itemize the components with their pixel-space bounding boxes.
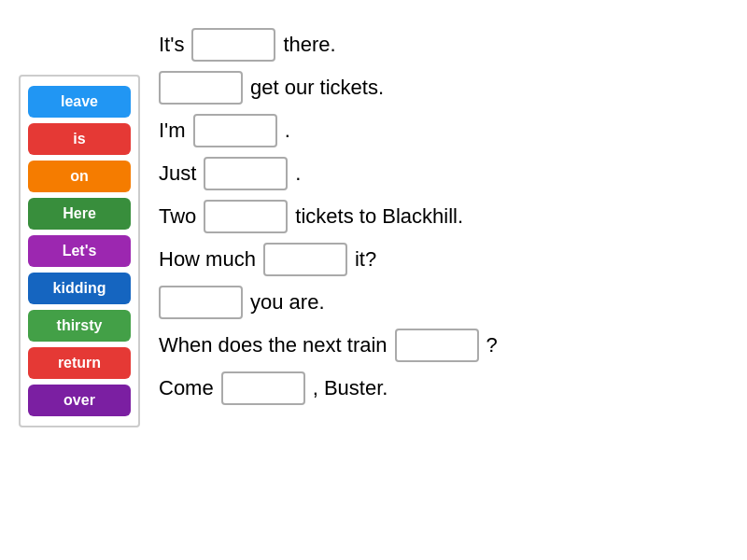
blank-input-7[interactable]: [395, 329, 479, 362]
sentence-text-before-5: How much: [159, 243, 256, 275]
sentence-line-0: It'sthere.: [159, 28, 498, 62]
word-button-over[interactable]: over: [28, 385, 131, 416]
blank-input-6[interactable]: [159, 286, 243, 319]
word-button-let's[interactable]: Let's: [28, 235, 131, 267]
word-button-on[interactable]: on: [28, 161, 131, 192]
sentence-line-1: get our tickets.: [159, 71, 498, 105]
word-button-return[interactable]: return: [28, 347, 131, 379]
sentence-text-before-2: I'm: [159, 114, 186, 147]
sentence-line-6: you are.: [159, 286, 498, 319]
word-button-kidding[interactable]: kidding: [28, 273, 131, 304]
blank-input-0[interactable]: [191, 28, 275, 62]
sentence-text-after-0: there.: [283, 28, 335, 61]
word-button-leave[interactable]: leave: [28, 86, 131, 118]
sentence-text-after-4: tickets to Blackhill.: [295, 200, 463, 232]
blank-input-1[interactable]: [159, 71, 243, 105]
blank-input-5[interactable]: [263, 243, 347, 276]
sentence-line-3: Just.: [159, 157, 498, 190]
sentence-text-before-4: Two: [159, 200, 196, 232]
blank-input-4[interactable]: [204, 200, 288, 233]
sentences-area: It'sthere.get our tickets.I'm.Just.Twoti…: [159, 19, 498, 405]
sentence-text-after-1: get our tickets.: [250, 71, 384, 104]
sentence-text-after-7: ?: [486, 329, 498, 361]
word-button-is[interactable]: is: [28, 123, 131, 155]
sentence-line-5: How muchit?: [159, 243, 498, 276]
sentence-text-after-5: it?: [355, 243, 376, 275]
sentence-text-before-8: Come: [159, 371, 214, 404]
blank-input-3[interactable]: [204, 157, 288, 190]
blank-input-8[interactable]: [221, 371, 305, 405]
word-bank: leaveisonHereLet'skiddingthirstyreturnov…: [19, 75, 140, 427]
sentence-text-before-3: Just: [159, 157, 196, 189]
sentence-text-after-2: .: [285, 114, 290, 147]
sentence-line-4: Twotickets to Blackhill.: [159, 200, 498, 233]
sentence-line-8: Come, Buster.: [159, 371, 498, 405]
sentence-text-after-8: , Buster.: [313, 371, 388, 404]
word-button-here[interactable]: Here: [28, 198, 131, 230]
sentence-text-before-0: It's: [159, 28, 184, 61]
sentence-line-7: When does the next train?: [159, 329, 498, 362]
blank-input-2[interactable]: [193, 114, 277, 147]
sentence-text-before-7: When does the next train: [159, 329, 388, 361]
sentence-text-after-6: you are.: [250, 286, 325, 318]
sentence-text-after-3: .: [295, 157, 301, 189]
word-button-thirsty[interactable]: thirsty: [28, 310, 131, 342]
sentence-line-2: I'm.: [159, 114, 498, 147]
